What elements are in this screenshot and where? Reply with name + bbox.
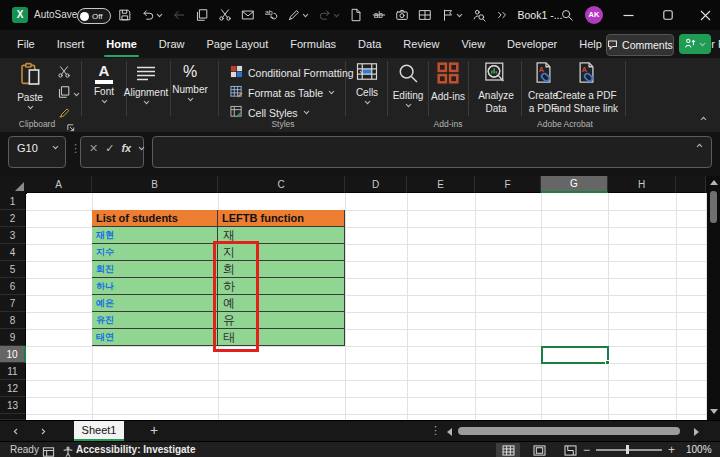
format-as-table-button[interactable]: Format as Table bbox=[230, 84, 335, 101]
tab-view[interactable]: View bbox=[450, 30, 496, 58]
tab-file[interactable]: File bbox=[6, 30, 46, 58]
tab-bar-dots-icon[interactable]: ⋮ bbox=[430, 424, 441, 437]
new-sheet-button[interactable]: + bbox=[150, 422, 158, 438]
tab-data[interactable]: Data bbox=[347, 30, 392, 58]
collapse-ribbon-icon[interactable] bbox=[700, 116, 707, 121]
hscroll-right-arrow[interactable] bbox=[694, 428, 699, 436]
zoom-in-button[interactable]: + bbox=[668, 443, 675, 457]
column-header-E[interactable]: E bbox=[407, 176, 475, 193]
vscroll-down-arrow[interactable] bbox=[710, 409, 718, 414]
new-file-icon[interactable] bbox=[349, 8, 363, 22]
leftb-result-cell-c5[interactable]: 희 bbox=[218, 261, 345, 278]
account-avatar[interactable]: AK bbox=[585, 6, 603, 24]
leftb-result-cell-c6[interactable]: 하 bbox=[218, 278, 345, 295]
leftb-result-cell-c8[interactable]: 유 bbox=[218, 312, 345, 329]
undo-icon[interactable] bbox=[141, 8, 163, 22]
select-all-corner[interactable] bbox=[0, 176, 27, 194]
add-ins-button[interactable]: Add-ins bbox=[428, 61, 468, 102]
active-cell-g10[interactable] bbox=[541, 346, 609, 364]
column-header-H[interactable]: H bbox=[608, 176, 676, 193]
back-icon[interactable] bbox=[172, 8, 186, 22]
next-sheet-icon[interactable] bbox=[41, 428, 46, 435]
tab-formulas[interactable]: Formulas bbox=[279, 30, 347, 58]
column-header-A[interactable]: A bbox=[26, 176, 92, 193]
tab-insert[interactable]: Insert bbox=[46, 30, 96, 58]
row-header-11[interactable]: 11 bbox=[0, 363, 26, 380]
analyze-data-button[interactable]: Analyze Data bbox=[472, 61, 520, 114]
camera-icon[interactable] bbox=[395, 8, 409, 22]
share-button[interactable] bbox=[679, 34, 711, 54]
strikethrough-icon[interactable]: ab bbox=[372, 8, 386, 22]
page-layout-view-button[interactable] bbox=[527, 443, 551, 457]
column-header-B[interactable]: B bbox=[92, 176, 218, 193]
cancel-icon[interactable]: ✕ bbox=[89, 143, 98, 154]
row-header-9[interactable]: 9 bbox=[0, 329, 26, 346]
paste-button[interactable]: Paste bbox=[8, 62, 52, 110]
copy-button[interactable] bbox=[57, 85, 80, 103]
row-header-10[interactable]: 10 bbox=[0, 346, 26, 363]
table-header-list-of-students[interactable]: List of students bbox=[92, 210, 218, 227]
sheet-tab-sheet1[interactable]: Sheet1 bbox=[74, 421, 124, 441]
enter-icon[interactable]: ✓ bbox=[105, 143, 114, 154]
student-name-cell-b6[interactable]: 하나 bbox=[92, 278, 218, 295]
editing-menu-button[interactable]: Editing bbox=[389, 62, 427, 108]
tab-home[interactable]: Home bbox=[95, 30, 148, 58]
table-header-leftb-function[interactable]: LEFTB function bbox=[218, 210, 345, 227]
insert-function-icon[interactable]: fx bbox=[121, 143, 131, 154]
normal-view-button[interactable] bbox=[496, 443, 520, 457]
email-icon[interactable] bbox=[241, 8, 255, 22]
leftb-result-cell-c3[interactable]: 재 bbox=[218, 227, 345, 244]
prev-sheet-icon[interactable] bbox=[13, 428, 18, 435]
row-header-8[interactable]: 8 bbox=[0, 312, 26, 329]
student-name-cell-b7[interactable]: 예은 bbox=[92, 295, 218, 312]
zoom-slider-track[interactable] bbox=[596, 449, 662, 451]
row-header-2[interactable]: 2 bbox=[0, 210, 26, 227]
row-header-3[interactable]: 3 bbox=[0, 227, 26, 244]
alignment-menu-button[interactable]: Alignment bbox=[121, 65, 171, 105]
zoom-slider-thumb[interactable] bbox=[626, 445, 629, 454]
autosave-toggle[interactable]: Off bbox=[77, 8, 111, 24]
student-name-cell-b8[interactable]: 유진 bbox=[92, 312, 218, 329]
comments-button[interactable]: Comments bbox=[606, 34, 674, 56]
tab-draw[interactable]: Draw bbox=[148, 30, 196, 58]
row-header-12[interactable]: 12 bbox=[0, 380, 26, 397]
spreadsheet-grid[interactable]: ABCDEFGH12345678910111213List of student… bbox=[0, 176, 720, 420]
cut-button[interactable] bbox=[57, 65, 71, 83]
leftb-result-cell-c9[interactable]: 태 bbox=[218, 329, 345, 346]
leftb-result-cell-c7[interactable]: 예 bbox=[218, 295, 345, 312]
row-header-1[interactable]: 1 bbox=[0, 193, 26, 210]
close-button[interactable] bbox=[690, 0, 720, 30]
row-header-5[interactable]: 5 bbox=[0, 261, 26, 278]
row-header-6[interactable]: 6 bbox=[0, 278, 26, 295]
create-pdf-share-link-button[interactable]: A Create a PDF and Share link bbox=[550, 61, 622, 114]
column-header-C[interactable]: C bbox=[218, 176, 345, 193]
maximize-button[interactable] bbox=[653, 0, 683, 30]
zoom-out-button[interactable]: − bbox=[583, 443, 590, 457]
horizontal-scrollbar-thumb[interactable] bbox=[458, 427, 680, 435]
macro-record-icon[interactable] bbox=[42, 444, 55, 457]
excel-logo-icon[interactable]: X bbox=[12, 7, 28, 23]
tab-page-layout[interactable]: Page Layout bbox=[195, 30, 279, 58]
font-menu-button[interactable]: A Font bbox=[88, 63, 120, 104]
column-header-G[interactable]: G bbox=[541, 176, 608, 193]
tab-review[interactable]: Review bbox=[392, 30, 450, 58]
page-break-view-button[interactable] bbox=[558, 443, 582, 457]
leftb-result-cell-c4[interactable]: 지 bbox=[218, 244, 345, 261]
replace-icon[interactable]: ab bbox=[264, 8, 278, 22]
student-name-cell-b5[interactable]: 희진 bbox=[92, 261, 218, 278]
column-header-partial[interactable] bbox=[676, 176, 706, 193]
cells-menu-button[interactable]: Cells bbox=[348, 62, 386, 105]
number-menu-button[interactable]: % Number bbox=[170, 62, 210, 102]
vscroll-up-arrow[interactable] bbox=[710, 180, 718, 185]
find-person-icon[interactable] bbox=[472, 8, 486, 22]
student-name-cell-b3[interactable]: 재현 bbox=[92, 227, 218, 244]
row-header-13[interactable]: 13 bbox=[0, 397, 26, 414]
expand-formula-bar-icon[interactable] bbox=[696, 143, 703, 148]
row-header-4[interactable]: 4 bbox=[0, 244, 26, 261]
conditional-formatting-button[interactable]: Conditional Formatting bbox=[230, 64, 366, 81]
column-header-F[interactable]: F bbox=[475, 176, 541, 193]
student-name-cell-b4[interactable]: 지수 bbox=[92, 244, 218, 261]
cut-icon[interactable] bbox=[218, 8, 232, 22]
hscroll-left-arrow[interactable] bbox=[447, 428, 452, 436]
name-box[interactable]: G10 bbox=[8, 136, 66, 168]
